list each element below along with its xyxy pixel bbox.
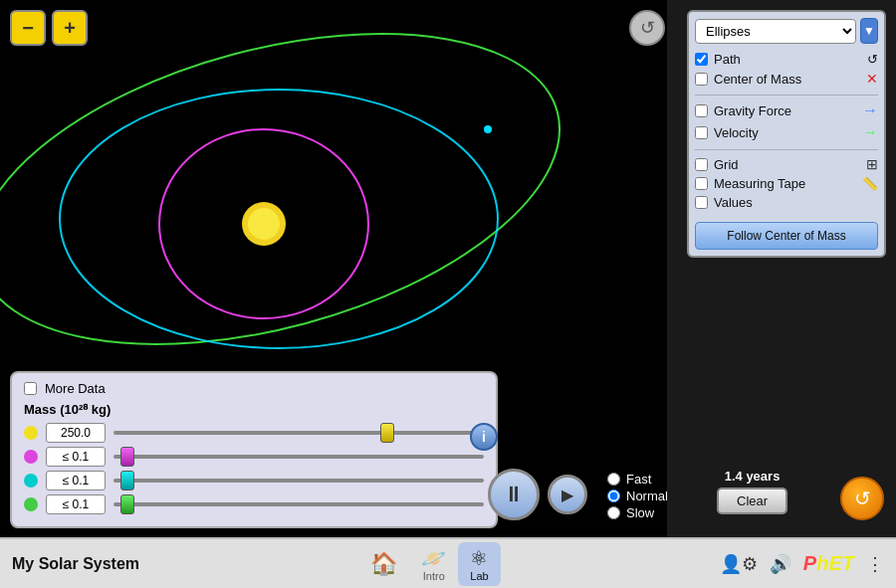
step-button[interactable]: ▶ (548, 475, 587, 514)
gravity-force-label: Gravity Force (714, 103, 791, 118)
path-checkbox[interactable] (695, 53, 708, 66)
lab-tab-icon: ⚛ (470, 546, 488, 570)
grid-row: Grid ⊞ (695, 154, 878, 174)
body-row-1 (24, 447, 484, 467)
intro-tab-icon: 🪐 (421, 546, 446, 570)
home-button[interactable]: 🏠 (370, 551, 397, 577)
tab-lab[interactable]: ⚛ Lab (458, 542, 500, 586)
lab-tab-label: Lab (470, 570, 488, 582)
controls-panel: More Data Mass (10²⁸ kg) (10, 371, 498, 528)
options-panel: Sun & PlanetEllipsesHyperbolicSlingshotD… (687, 10, 886, 258)
path-reset-icon[interactable]: ↺ (867, 52, 878, 67)
speed-normal-label: Normal (626, 489, 668, 503)
svg-point-4 (248, 208, 280, 240)
playback-controls: ⏸ ▶ (488, 469, 587, 520)
body-2-dot (24, 474, 38, 488)
speed-slow-row: Slow (607, 505, 668, 520)
body-2-slider-track (113, 479, 484, 483)
body-0-slider-track (113, 431, 484, 435)
phet-logo: PhET (803, 552, 854, 575)
measuring-tape-label: Measuring Tape (714, 176, 805, 191)
speed-slow-radio[interactable] (607, 506, 620, 519)
path-label: Path (714, 52, 741, 67)
speed-normal-row: Normal (607, 489, 668, 503)
body-row-2 (24, 471, 484, 490)
mass-column-header: Mass (10²⁸ kg) (24, 402, 484, 417)
velocity-checkbox[interactable] (695, 126, 708, 139)
reset-view-button[interactable]: ↺ (629, 10, 665, 46)
speed-slow-label: Slow (626, 505, 654, 520)
follow-center-of-mass-button[interactable]: Follow Center of Mass (695, 222, 878, 250)
svg-point-0 (0, 0, 593, 401)
speed-normal-radio[interactable] (607, 490, 620, 502)
body-2-mass-input[interactable] (46, 471, 106, 490)
pause-button[interactable]: ⏸ (488, 469, 540, 520)
grid-label: Grid (714, 157, 739, 172)
body-3-slider-track (113, 502, 484, 506)
bottom-nav-bar: My Solar System 🏠 🪐 Intro ⚛ Lab 👤⚙ 🔊 PhE… (0, 537, 896, 588)
display-section: Grid ⊞ Measuring Tape 📏 Values (695, 154, 878, 212)
measuring-tape-checkbox[interactable] (695, 177, 708, 190)
body-0-slider-thumb[interactable] (380, 423, 394, 443)
presets-dropdown-button[interactable]: ▼ (860, 18, 878, 44)
body-1-mass-input[interactable] (46, 447, 106, 467)
divider-1 (695, 95, 878, 96)
speed-fast-label: Fast (626, 472, 651, 487)
presets-row: Sun & PlanetEllipsesHyperbolicSlingshotD… (695, 18, 878, 44)
body-3-dot (24, 497, 38, 511)
sound-icon[interactable]: 🔊 (770, 553, 791, 575)
grid-checkbox[interactable] (695, 158, 708, 171)
values-label: Values (714, 195, 753, 210)
center-of-mass-label: Center of Mass (714, 72, 801, 87)
path-row: Path ↺ (695, 50, 878, 69)
center-of-mass-icon: ✕ (866, 71, 878, 87)
more-data-checkbox[interactable] (24, 382, 37, 395)
tape-icon: 📏 (862, 176, 878, 191)
values-row: Values (695, 193, 878, 212)
speed-fast-row: Fast (607, 472, 668, 487)
app-title: My Solar System (12, 555, 139, 573)
zoom-in-button[interactable]: + (52, 10, 88, 46)
body-row-0 (24, 423, 484, 443)
body-0-mass-input[interactable] (46, 423, 106, 443)
measuring-tape-row: Measuring Tape 📏 (695, 174, 878, 193)
body-3-mass-input[interactable] (46, 494, 106, 514)
zoom-out-button[interactable]: − (10, 10, 46, 46)
grid-icon: ⊞ (866, 156, 878, 172)
time-display: 1.4 years (725, 469, 781, 484)
presets-select[interactable]: Sun & PlanetEllipsesHyperbolicSlingshotD… (695, 19, 856, 44)
velocity-label: Velocity (714, 125, 759, 140)
menu-button[interactable]: ⋮ (866, 553, 884, 575)
more-data-row: More Data (24, 381, 484, 396)
body-3-slider-thumb[interactable] (120, 494, 134, 514)
velocity-arrow-icon: → (862, 123, 878, 141)
nav-right-area: 👤⚙ 🔊 PhET ⋮ (720, 552, 884, 575)
time-clear-area: 1.4 years Clear (717, 469, 787, 514)
info-button[interactable]: i (470, 423, 498, 451)
user-icon[interactable]: 👤⚙ (720, 553, 758, 575)
gravity-force-checkbox[interactable] (695, 104, 708, 117)
vectors-section: Gravity Force → Velocity → (695, 99, 878, 143)
speed-controls: Fast Normal Slow (607, 472, 668, 520)
body-2-slider-thumb[interactable] (120, 471, 134, 490)
center-of-mass-row: Center of Mass ✕ (695, 69, 878, 89)
divider-2 (695, 149, 878, 150)
body-1-slider-track (113, 455, 484, 459)
speed-fast-radio[interactable] (607, 473, 620, 486)
body-1-dot (24, 450, 38, 464)
body-1-slider-thumb[interactable] (120, 447, 134, 467)
tab-intro[interactable]: 🪐 Intro (409, 542, 458, 586)
svg-point-5 (484, 125, 492, 133)
body-row-3 (24, 494, 484, 514)
clear-button[interactable]: Clear (717, 488, 787, 514)
gravity-force-row: Gravity Force → (695, 99, 878, 121)
path-section: Path ↺ Center of Mass ✕ (695, 50, 878, 89)
phet-p: P (803, 552, 816, 574)
values-checkbox[interactable] (695, 196, 708, 209)
velocity-row: Velocity → (695, 121, 878, 143)
reload-button[interactable]: ↺ (840, 477, 884, 520)
center-of-mass-checkbox[interactable] (695, 73, 708, 86)
intro-tab-label: Intro (423, 570, 445, 582)
more-data-label: More Data (45, 381, 106, 396)
body-0-dot (24, 426, 38, 440)
